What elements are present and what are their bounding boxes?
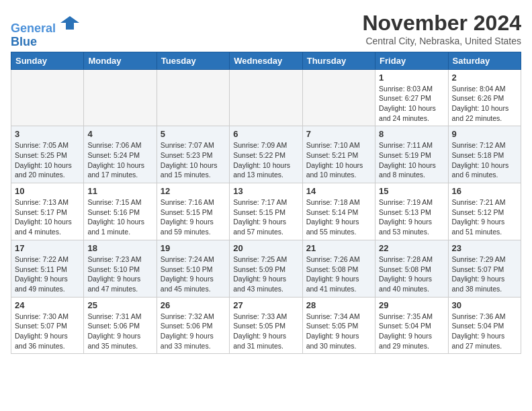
day-info: Sunrise: 7:15 AMSunset: 5:16 PMDaylight:… xyxy=(87,197,152,237)
week-row-3: 10Sunrise: 7:13 AMSunset: 5:17 PMDayligh… xyxy=(11,183,521,240)
logo-bird-icon xyxy=(60,13,79,32)
day-info: Sunrise: 7:25 AMSunset: 5:09 PMDaylight:… xyxy=(233,255,298,294)
day-info: Sunrise: 7:36 AMSunset: 5:04 PMDaylight:… xyxy=(452,312,517,351)
calendar-cell: 5Sunrise: 7:07 AMSunset: 5:23 PMDaylight… xyxy=(157,126,229,183)
calendar-cell xyxy=(230,69,302,126)
day-number: 27 xyxy=(233,300,298,310)
weekday-header-row: SundayMondayTuesdayWednesdayThursdayFrid… xyxy=(11,52,521,69)
day-number: 2 xyxy=(452,73,517,83)
title-area: November 2024 Central City, Nebraska, Un… xyxy=(362,11,521,46)
day-info: Sunrise: 7:32 AMSunset: 5:06 PMDaylight:… xyxy=(161,312,226,351)
day-info: Sunrise: 7:21 AMSunset: 5:12 PMDaylight:… xyxy=(452,197,517,237)
calendar-cell: 18Sunrise: 7:23 AMSunset: 5:10 PMDayligh… xyxy=(84,240,157,297)
day-info: Sunrise: 8:04 AMSunset: 6:26 PMDaylight:… xyxy=(452,84,517,124)
day-info: Sunrise: 7:31 AMSunset: 5:06 PMDaylight:… xyxy=(87,312,152,351)
location: Central City, Nebraska, United States xyxy=(362,36,521,46)
calendar-cell: 14Sunrise: 7:18 AMSunset: 5:14 PMDayligh… xyxy=(302,183,375,240)
day-number: 3 xyxy=(15,129,80,139)
calendar-cell: 6Sunrise: 7:09 AMSunset: 5:22 PMDaylight… xyxy=(230,126,302,183)
calendar-cell: 22Sunrise: 7:28 AMSunset: 5:08 PMDayligh… xyxy=(375,240,448,297)
calendar-cell: 7Sunrise: 7:10 AMSunset: 5:21 PMDaylight… xyxy=(302,126,375,183)
day-info: Sunrise: 7:12 AMSunset: 5:18 PMDaylight:… xyxy=(452,140,517,180)
day-number: 15 xyxy=(379,186,444,196)
day-number: 10 xyxy=(15,186,80,196)
day-number: 6 xyxy=(233,129,298,139)
calendar-cell: 17Sunrise: 7:22 AMSunset: 5:11 PMDayligh… xyxy=(11,240,84,297)
month-title: November 2024 xyxy=(362,11,521,36)
day-number: 29 xyxy=(379,300,444,310)
day-number: 7 xyxy=(306,129,371,139)
day-info: Sunrise: 7:16 AMSunset: 5:15 PMDaylight:… xyxy=(161,197,226,237)
day-number: 16 xyxy=(452,186,517,196)
header: General Blue November 2024 Central City,… xyxy=(11,11,521,49)
day-info: Sunrise: 7:17 AMSunset: 5:15 PMDaylight:… xyxy=(233,197,298,237)
day-info: Sunrise: 7:29 AMSunset: 5:07 PMDaylight:… xyxy=(452,255,517,294)
day-number: 21 xyxy=(306,243,371,253)
day-number: 28 xyxy=(306,300,371,310)
calendar-cell: 3Sunrise: 7:05 AMSunset: 5:25 PMDaylight… xyxy=(11,126,84,183)
day-info: Sunrise: 7:10 AMSunset: 5:21 PMDaylight:… xyxy=(306,140,371,180)
calendar-cell: 27Sunrise: 7:33 AMSunset: 5:05 PMDayligh… xyxy=(230,297,302,354)
day-number: 17 xyxy=(15,243,80,253)
calendar-cell: 28Sunrise: 7:34 AMSunset: 5:05 PMDayligh… xyxy=(302,297,375,354)
day-number: 23 xyxy=(452,243,517,253)
day-info: Sunrise: 8:03 AMSunset: 6:27 PMDaylight:… xyxy=(379,84,444,124)
calendar-cell: 2Sunrise: 8:04 AMSunset: 6:26 PMDaylight… xyxy=(448,69,521,126)
day-number: 13 xyxy=(233,186,298,196)
calendar-cell: 13Sunrise: 7:17 AMSunset: 5:15 PMDayligh… xyxy=(230,183,302,240)
weekday-header-tuesday: Tuesday xyxy=(157,52,229,69)
day-number: 11 xyxy=(87,186,152,196)
day-info: Sunrise: 7:23 AMSunset: 5:10 PMDaylight:… xyxy=(87,255,152,294)
calendar-cell: 25Sunrise: 7:31 AMSunset: 5:06 PMDayligh… xyxy=(84,297,157,354)
weekday-header-sunday: Sunday xyxy=(11,52,84,69)
week-row-5: 24Sunrise: 7:30 AMSunset: 5:07 PMDayligh… xyxy=(11,297,521,354)
calendar-cell xyxy=(302,69,375,126)
day-info: Sunrise: 7:09 AMSunset: 5:22 PMDaylight:… xyxy=(233,140,298,180)
logo-blue: Blue xyxy=(11,35,37,48)
weekday-header-monday: Monday xyxy=(84,52,157,69)
day-number: 12 xyxy=(161,186,226,196)
calendar-cell: 24Sunrise: 7:30 AMSunset: 5:07 PMDayligh… xyxy=(11,297,84,354)
calendar-cell: 9Sunrise: 7:12 AMSunset: 5:18 PMDaylight… xyxy=(448,126,521,183)
logo: General Blue xyxy=(11,13,79,49)
calendar-cell: 11Sunrise: 7:15 AMSunset: 5:16 PMDayligh… xyxy=(84,183,157,240)
calendar-cell: 8Sunrise: 7:11 AMSunset: 5:19 PMDaylight… xyxy=(375,126,448,183)
day-info: Sunrise: 7:28 AMSunset: 5:08 PMDaylight:… xyxy=(379,255,444,294)
day-number: 8 xyxy=(379,129,444,139)
day-info: Sunrise: 7:11 AMSunset: 5:19 PMDaylight:… xyxy=(379,140,444,180)
day-number: 20 xyxy=(233,243,298,253)
day-info: Sunrise: 7:30 AMSunset: 5:07 PMDaylight:… xyxy=(15,312,80,351)
weekday-header-friday: Friday xyxy=(375,52,448,69)
day-number: 19 xyxy=(161,243,226,253)
calendar-cell: 29Sunrise: 7:35 AMSunset: 5:04 PMDayligh… xyxy=(375,297,448,354)
calendar-cell: 26Sunrise: 7:32 AMSunset: 5:06 PMDayligh… xyxy=(157,297,229,354)
calendar-cell: 15Sunrise: 7:19 AMSunset: 5:13 PMDayligh… xyxy=(375,183,448,240)
day-info: Sunrise: 7:18 AMSunset: 5:14 PMDaylight:… xyxy=(306,197,371,237)
weekday-header-saturday: Saturday xyxy=(448,52,521,69)
calendar-cell: 10Sunrise: 7:13 AMSunset: 5:17 PMDayligh… xyxy=(11,183,84,240)
day-number: 24 xyxy=(15,300,80,310)
week-row-4: 17Sunrise: 7:22 AMSunset: 5:11 PMDayligh… xyxy=(11,240,521,297)
calendar-cell xyxy=(84,69,157,126)
day-info: Sunrise: 7:13 AMSunset: 5:17 PMDaylight:… xyxy=(15,197,80,237)
calendar-cell xyxy=(11,69,84,126)
day-number: 9 xyxy=(452,129,517,139)
day-info: Sunrise: 7:07 AMSunset: 5:23 PMDaylight:… xyxy=(161,140,226,180)
day-number: 30 xyxy=(452,300,517,310)
calendar-cell xyxy=(157,69,229,126)
calendar-table: SundayMondayTuesdayWednesdayThursdayFrid… xyxy=(11,52,521,355)
day-info: Sunrise: 7:33 AMSunset: 5:05 PMDaylight:… xyxy=(233,312,298,351)
calendar-body: 1Sunrise: 8:03 AMSunset: 6:27 PMDaylight… xyxy=(11,69,521,354)
calendar-cell: 1Sunrise: 8:03 AMSunset: 6:27 PMDaylight… xyxy=(375,69,448,126)
day-number: 26 xyxy=(161,300,226,310)
day-info: Sunrise: 7:26 AMSunset: 5:08 PMDaylight:… xyxy=(306,255,371,294)
day-info: Sunrise: 7:19 AMSunset: 5:13 PMDaylight:… xyxy=(379,197,444,237)
weekday-header-wednesday: Wednesday xyxy=(230,52,302,69)
calendar-cell: 21Sunrise: 7:26 AMSunset: 5:08 PMDayligh… xyxy=(302,240,375,297)
calendar-cell: 23Sunrise: 7:29 AMSunset: 5:07 PMDayligh… xyxy=(448,240,521,297)
day-number: 5 xyxy=(161,129,226,139)
calendar-cell: 30Sunrise: 7:36 AMSunset: 5:04 PMDayligh… xyxy=(448,297,521,354)
calendar-cell: 19Sunrise: 7:24 AMSunset: 5:10 PMDayligh… xyxy=(157,240,229,297)
day-info: Sunrise: 7:22 AMSunset: 5:11 PMDaylight:… xyxy=(15,255,80,294)
day-info: Sunrise: 7:06 AMSunset: 5:24 PMDaylight:… xyxy=(87,140,152,180)
